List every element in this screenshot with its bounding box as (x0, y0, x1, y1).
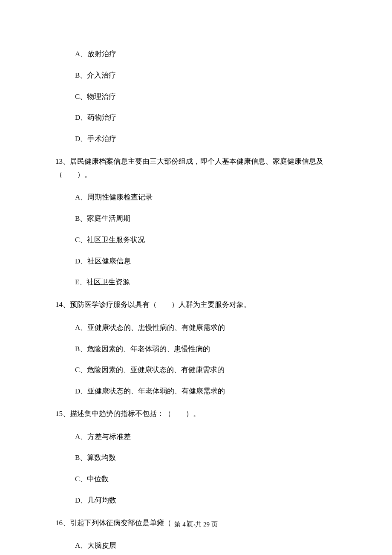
q15-text: 15、描述集中趋势的指标不包括：（ ）。 (55, 408, 341, 421)
q12-option-d2: D、手术治疗 (55, 134, 341, 144)
q13-option-c: C、社区卫生服务状况 (55, 235, 341, 245)
q13-option-e: E、社区卫生资源 (55, 277, 341, 287)
q14-option-c: C、危险因素的、亚健康状态的、有健康需求的 (55, 365, 341, 375)
q12-option-c: C、物理治疗 (55, 92, 341, 102)
q14-option-a: A、亚健康状态的、患慢性病的、有健康需求的 (55, 323, 341, 333)
q13-option-b: B、家庭生活周期 (55, 214, 341, 224)
q15-option-a: A、方差与标准差 (55, 432, 341, 442)
q12-option-b: B、介入治疗 (55, 70, 341, 81)
q15-option-c: C、中位数 (55, 474, 341, 484)
q16-option-a: A、大脑皮层 (55, 541, 341, 551)
q12-option-d1: D、药物治疗 (55, 113, 341, 123)
q14-option-d: D、亚健康状态的、年老体弱的、有健康需求的 (55, 386, 341, 396)
q14-text: 14、预防医学诊疗服务以具有（ ）人群为主要服务对象。 (55, 298, 341, 312)
q14-option-b: B、危险因素的、年老体弱的、患慢性病的 (55, 344, 341, 354)
page-footer: 第 4 页 共 29 页 (0, 520, 392, 529)
q15-option-d: D、几何均数 (55, 495, 341, 506)
document-content: A、放射治疗 B、介入治疗 C、物理治疗 D、药物治疗 D、手术治疗 13、居民… (0, 0, 392, 555)
q13-text: 13、居民健康档案信息主要由三大部份组成，即个人基本健康信息、家庭健康信息及（ … (55, 155, 341, 181)
q13-option-d: D、社区健康信息 (55, 256, 341, 266)
q12-option-a: A、放射治疗 (55, 49, 341, 59)
q15-option-b: B、算数均数 (55, 453, 341, 463)
q13-option-a: A、周期性健康检查记录 (55, 192, 341, 202)
